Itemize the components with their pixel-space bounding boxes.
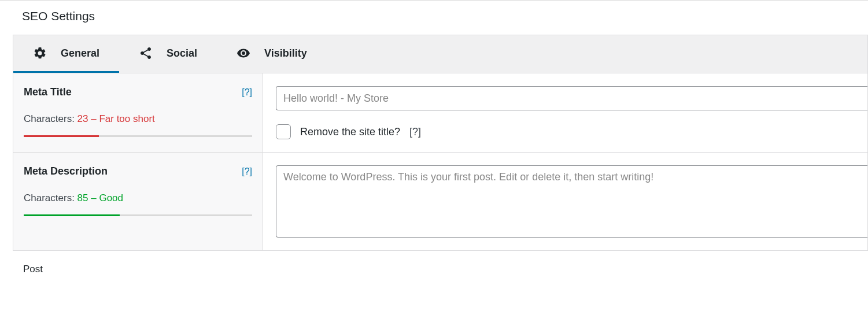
meta-description-char-count: Characters: 85 – Good [24, 192, 252, 204]
help-icon[interactable]: [?] [242, 166, 252, 177]
meta-description-row: Meta Description [?] Characters: 85 – Go… [13, 153, 867, 250]
eye-icon [237, 46, 250, 60]
meta-description-label: Meta Description [24, 165, 108, 177]
tab-social[interactable]: Social [119, 35, 217, 73]
meta-title-progress [24, 135, 252, 137]
chars-prefix: Characters: [24, 113, 77, 124]
tab-visibility[interactable]: Visibility [217, 35, 327, 73]
help-icon[interactable]: [?] [242, 87, 252, 98]
chars-rating: 85 – Good [77, 192, 123, 203]
section-title: SEO Settings [0, 1, 868, 35]
help-icon[interactable]: [?] [409, 126, 421, 138]
tab-bar: General Social Visibility [13, 35, 867, 73]
tab-label: Visibility [264, 47, 307, 60]
tab-label: General [61, 47, 99, 60]
progress-fill [24, 214, 120, 216]
post-label: Post [0, 251, 868, 275]
meta-title-char-count: Characters: 23 – Far too short [24, 113, 252, 125]
tab-general[interactable]: General [13, 35, 119, 73]
meta-description-input[interactable] [276, 165, 867, 238]
chars-prefix: Characters: [24, 192, 77, 203]
remove-site-title-checkbox[interactable] [276, 124, 291, 139]
meta-title-row: Meta Title [?] Characters: 23 – Far too … [13, 73, 867, 153]
remove-site-title-label: Remove the site title? [300, 126, 400, 138]
meta-description-progress [24, 214, 252, 216]
meta-title-input[interactable] [276, 86, 867, 110]
gear-icon [33, 46, 47, 60]
chars-rating: 23 – Far too short [77, 113, 155, 124]
tab-label: Social [167, 47, 197, 60]
seo-metabox: General Social Visibility Meta Title [?] [13, 35, 868, 251]
progress-fill [24, 135, 99, 137]
meta-title-label: Meta Title [24, 86, 72, 98]
share-icon [139, 46, 153, 60]
